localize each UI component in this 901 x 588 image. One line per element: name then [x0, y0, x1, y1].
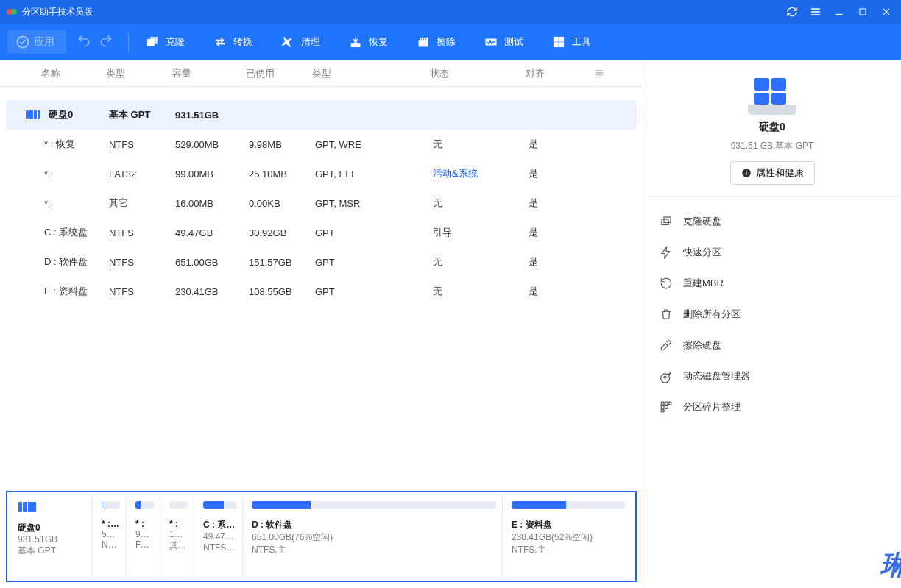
part-fs: NTFS — [109, 139, 175, 150]
disk-map: 硬盘0 931.51GB 基本 GPT * : ...529...NTF...*… — [6, 491, 637, 582]
diskmap-partition[interactable]: D : 软件盘651.00GB(76%空闲)NTFS,主 — [246, 497, 503, 576]
action-rebuildmbr[interactable]: 重建MBR — [649, 268, 895, 299]
side-disk-title: 硬盘0 — [759, 121, 785, 134]
action-dyndisk[interactable]: 动态磁盘管理器 — [649, 361, 895, 392]
diskmap-disk-type: 基本 GPT — [18, 545, 86, 557]
column-header: 名称 类型 容量 已使用 类型 状态 对齐 — [0, 60, 643, 87]
diskmap-partition[interactable]: C : 系统盘49.47GB...NTFS,系... — [197, 497, 243, 576]
minimize-button[interactable] — [827, 0, 851, 24]
action-label: 重建MBR — [683, 277, 724, 290]
part-used: 30.92GB — [249, 227, 315, 238]
disk-row[interactable]: 硬盘0 基本 GPT 931.51GB — [6, 100, 637, 130]
action-quickpart[interactable]: 快速分区 — [649, 237, 895, 268]
part-align: 是 — [529, 255, 587, 269]
tool-clean[interactable]: 清理 — [273, 29, 328, 55]
partition-row[interactable]: D : 软件盘NTFS651.00GB151.57GBGPT无是 — [6, 247, 637, 277]
action-wipedisk[interactable]: 擦除硬盘 — [649, 330, 895, 361]
app-title: 分区助手技术员版 — [22, 6, 93, 18]
disk-capacity: 931.51GB — [175, 110, 249, 121]
disk-properties-button[interactable]: 属性和健康 — [730, 161, 815, 185]
disk-name: 硬盘0 — [49, 108, 73, 121]
part-cap: 49.47GB — [175, 227, 249, 238]
col-name-header[interactable]: 名称 — [3, 67, 106, 80]
diskmap-part-size: 16.... — [169, 529, 188, 539]
diskmap-partition[interactable]: * :16....其... — [163, 497, 194, 576]
part-align: 是 — [529, 196, 587, 210]
partition-row[interactable]: E : 资料盘NTFS230.41GB108.55GBGPT无是 — [6, 277, 637, 306]
diskmap-part-title: D : 软件盘 — [252, 519, 496, 531]
diskmap-part-type: NTFS,主 — [512, 544, 625, 556]
diskmap-partition[interactable]: E : 资料盘230.41GB(52%空闲)NTFS,主 — [506, 497, 631, 576]
part-state: 无 — [433, 196, 529, 210]
tool-clone[interactable]: 克隆 — [138, 29, 192, 55]
menu-button[interactable] — [804, 0, 827, 24]
part-align: 是 — [529, 138, 587, 151]
apply-button[interactable]: 应用 — [7, 30, 66, 54]
partition-row[interactable]: * : 恢复NTFS529.00MB9.98MBGPT, WRE无是 — [6, 130, 637, 159]
part-state: 活动&系统 — [433, 167, 529, 180]
diskmap-disk-title: 硬盘0 — [18, 522, 86, 534]
part-align: 是 — [529, 167, 587, 180]
redo-button[interactable] — [99, 33, 113, 51]
apply-label: 应用 — [34, 35, 54, 49]
part-fs: NTFS — [109, 286, 175, 297]
part-used: 108.55GB — [249, 286, 315, 297]
tool-label: 工具 — [572, 35, 591, 49]
tool-test[interactable]: 测试 — [476, 29, 531, 55]
undo-button[interactable] — [77, 33, 91, 51]
tool-convert[interactable]: 转换 — [205, 29, 260, 55]
action-delall[interactable]: 删除所有分区 — [649, 299, 895, 330]
svg-rect-2 — [860, 9, 866, 15]
col-ptype-header[interactable]: 类型 — [312, 67, 430, 80]
diskmap-part-size: 49.47GB... — [203, 531, 236, 542]
main-panel: 名称 类型 容量 已使用 类型 状态 对齐 硬盘0 基本 GPT 931.51G… — [0, 60, 643, 588]
action-defrag[interactable]: 分区碎片整理 — [649, 392, 895, 422]
svg-point-18 — [664, 376, 666, 378]
diskmap-partition[interactable]: * : ...529...NTF... — [96, 497, 127, 576]
part-ptype: GPT — [315, 257, 433, 268]
part-ptype: GPT — [315, 227, 433, 238]
close-button[interactable] — [875, 0, 898, 24]
diskmap-part-type: NTF... — [102, 539, 120, 550]
diskmap-part-title: * : ... — [102, 519, 120, 529]
tool-toolbox[interactable]: 工具 — [544, 29, 598, 55]
diskmap-partition[interactable]: * :99....FAT... — [130, 497, 160, 576]
diskmap-part-title: * : — [135, 519, 154, 529]
part-used: 9.98MB — [249, 139, 315, 150]
app-logo-icon — [6, 6, 18, 18]
col-used-header[interactable]: 已使用 — [246, 67, 312, 80]
disk-icon — [25, 110, 41, 120]
svg-rect-11 — [554, 43, 558, 47]
rebuildmbr-icon — [660, 277, 673, 290]
disk-map-disk[interactable]: 硬盘0 931.51GB 基本 GPT — [12, 497, 93, 576]
part-cap: 99.00MB — [175, 169, 249, 180]
svg-rect-24 — [661, 410, 664, 412]
test-icon — [484, 35, 498, 49]
partition-row[interactable]: * :其它16.00MB0.00KBGPT, MSR无是 — [6, 188, 637, 218]
col-type-header[interactable]: 类型 — [106, 67, 172, 80]
svg-rect-15 — [746, 171, 746, 171]
titlebar: 分区助手技术员版 — [0, 0, 901, 24]
col-state-header[interactable]: 状态 — [430, 67, 526, 80]
part-cap: 230.41GB — [175, 286, 249, 297]
action-label: 分区碎片整理 — [683, 400, 741, 414]
action-clonedisk[interactable]: 克隆硬盘 — [649, 206, 895, 237]
column-picker-button[interactable] — [584, 68, 614, 79]
refresh-button[interactable] — [780, 0, 804, 24]
part-used: 25.10MB — [249, 169, 315, 180]
svg-rect-7 — [419, 41, 428, 47]
svg-point-1 — [11, 9, 17, 15]
col-capacity-header[interactable]: 容量 — [172, 67, 246, 80]
diskmap-disk-size: 931.51GB — [18, 534, 86, 545]
maximize-button[interactable] — [851, 0, 875, 24]
partition-row[interactable]: C : 系统盘NTFS49.47GB30.92GBGPT引导是 — [6, 218, 637, 247]
col-align-header[interactable]: 对齐 — [526, 67, 584, 80]
quickpart-icon — [660, 246, 673, 259]
state-link[interactable]: 活动&系统 — [433, 168, 478, 179]
part-state: 无 — [433, 285, 529, 298]
partition-row[interactable]: * :FAT3299.00MB25.10MBGPT, EFI活动&系统是 — [6, 159, 637, 188]
part-name: * : — [6, 169, 109, 180]
svg-rect-17 — [664, 217, 671, 223]
tool-wipe[interactable]: 擦除 — [409, 29, 463, 55]
tool-recover[interactable]: 恢复 — [341, 29, 395, 55]
